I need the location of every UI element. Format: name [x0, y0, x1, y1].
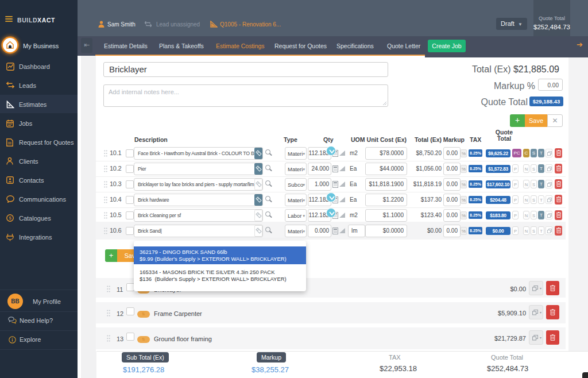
svg-text:$: $	[9, 215, 11, 221]
